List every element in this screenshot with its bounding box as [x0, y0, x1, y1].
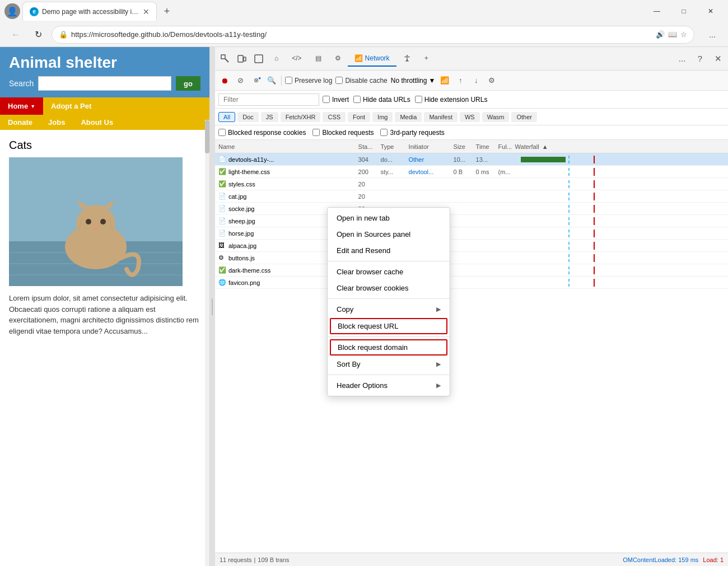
context-menu-item-block-domain[interactable]: Block request domain	[330, 339, 447, 355]
tab-close-button[interactable]: ✕	[143, 7, 150, 16]
webpage-scrollbar[interactable]	[205, 120, 209, 566]
maximize-button[interactable]: □	[671, 3, 697, 20]
third-party-label[interactable]: 3rd-party requests	[380, 129, 444, 137]
nav-home[interactable]: Home	[0, 97, 43, 115]
search-input[interactable]	[38, 76, 171, 91]
disable-cache-checkbox[interactable]	[335, 77, 343, 84]
context-menu-item-open-new-tab[interactable]: Open in new tab	[328, 210, 450, 226]
type-filter-ws[interactable]: WS	[460, 112, 480, 122]
dt-tab-home[interactable]: ⌂	[268, 51, 285, 67]
blocked-requests-checkbox[interactable]	[312, 129, 320, 136]
table-row[interactable]: 📄 horse.jpg 20	[215, 227, 728, 240]
dt-close-button[interactable]: ✕	[710, 51, 726, 67]
upload-icon[interactable]: ↑	[454, 74, 466, 87]
type-filter-js[interactable]: JS	[261, 112, 278, 122]
throttle-dropdown[interactable]: No throttling ▼	[391, 77, 436, 85]
col-header-size[interactable]: Size	[454, 143, 476, 150]
type-filter-fetch-xhr[interactable]: Fetch/XHR	[281, 112, 321, 122]
close-button[interactable]: ✕	[698, 3, 724, 20]
table-row[interactable]: 🌐 favicon.png 20	[215, 277, 728, 289]
col-header-status[interactable]: Sta...	[358, 143, 381, 150]
type-filter-css[interactable]: CSS	[323, 112, 346, 122]
hide-data-urls-checkbox[interactable]	[353, 96, 361, 103]
collections-button[interactable]: ...	[703, 26, 721, 44]
browser-tab-active[interactable]: e Demo page with accessibility iss... ✕	[22, 2, 157, 21]
online-icon[interactable]: 📶	[438, 74, 451, 87]
invert-checkbox[interactable]	[323, 96, 330, 103]
dt-overflow-button[interactable]: ...	[674, 51, 690, 67]
clear-button[interactable]: ⊗ ●	[250, 74, 262, 87]
search-go-button[interactable]: go	[176, 76, 200, 91]
col-header-ful[interactable]: Ful...	[498, 143, 515, 150]
type-filter-media[interactable]: Media	[395, 112, 422, 122]
nav-about[interactable]: About Us	[73, 115, 121, 130]
row-initiator[interactable]: Other	[409, 156, 454, 163]
back-button[interactable]: ←	[7, 26, 25, 44]
record-button[interactable]: ⏺	[218, 74, 231, 87]
type-filter-doc[interactable]: Doc	[237, 112, 259, 122]
read-aloud-icon[interactable]: 🔊	[656, 30, 665, 39]
blocked-cookies-checkbox[interactable]	[218, 129, 226, 136]
context-menu-item-open-sources[interactable]: Open in Sources panel	[328, 226, 450, 242]
nav-donate[interactable]: Donate	[0, 115, 40, 130]
user-avatar[interactable]: 👤	[4, 3, 20, 19]
table-row[interactable]: 📄 devtools-a11y-... 304 do... Other 10..…	[215, 153, 728, 166]
favorites-icon[interactable]: ☆	[680, 30, 687, 39]
table-row[interactable]: 🖼 alpaca.jpg 20	[215, 240, 728, 252]
preserve-log-checkbox[interactable]	[285, 77, 292, 84]
network-settings-button[interactable]: ⚙	[486, 74, 498, 87]
dt-help-button[interactable]: ?	[692, 51, 708, 67]
dt-inspect-button[interactable]	[217, 51, 233, 67]
type-filter-other[interactable]: Other	[511, 112, 537, 122]
type-filter-all[interactable]: All	[218, 112, 235, 122]
context-menu-item-clear-cache[interactable]: Clear browser cache	[328, 264, 450, 280]
filter-input[interactable]	[218, 93, 319, 106]
minimize-button[interactable]: —	[644, 3, 670, 20]
type-filter-manifest[interactable]: Manifest	[424, 112, 458, 122]
scrollbar-thumb[interactable]	[205, 120, 209, 153]
dt-tab-accessibility[interactable]	[396, 51, 418, 67]
hide-extension-urls-checkbox[interactable]	[415, 96, 422, 103]
dt-tab-more[interactable]: +	[418, 51, 435, 67]
table-row[interactable]: ✅ dark-theme.css 20	[215, 264, 728, 277]
type-filter-font[interactable]: Font	[348, 112, 370, 122]
disable-cache-label[interactable]: Disable cache	[335, 77, 387, 85]
table-row[interactable]: ✅ styles.css 20	[215, 178, 728, 190]
table-row[interactable]: ⚙ buttons.js 20	[215, 252, 728, 264]
col-header-waterfall[interactable]: Waterfall ▲	[515, 143, 725, 150]
col-header-time[interactable]: Time	[476, 143, 498, 150]
context-menu-item-edit-resend[interactable]: Edit and Resend	[328, 242, 450, 259]
immersive-reader-icon[interactable]: 📖	[668, 30, 677, 39]
new-tab-button[interactable]: +	[159, 3, 175, 19]
preserve-log-label[interactable]: Preserve log	[285, 77, 332, 85]
stop-recording-button[interactable]: ⊘	[234, 74, 246, 87]
blocked-cookies-label[interactable]: Blocked response cookies	[218, 129, 306, 137]
hide-data-urls-label[interactable]: Hide data URLs	[353, 96, 410, 104]
col-header-name[interactable]: Name	[218, 143, 358, 150]
context-menu-item-sort-by[interactable]: Sort By▶	[328, 356, 450, 372]
blocked-requests-label[interactable]: Blocked requests	[312, 129, 374, 137]
col-header-initiator[interactable]: Initiator	[409, 143, 454, 150]
context-menu-item-block-url[interactable]: Block request URL	[330, 318, 447, 334]
context-menu-item-copy[interactable]: Copy▶	[328, 301, 450, 317]
dt-tab-code[interactable]: </>	[285, 51, 308, 67]
table-row[interactable]: 📄 sheep.jpg 20	[215, 215, 728, 227]
dt-tab-appwizard[interactable]: ▤	[309, 51, 328, 67]
dt-sources-button[interactable]	[251, 51, 267, 67]
url-bar[interactable]: 🔒 https://microsoftedge.github.io/Demos/…	[52, 26, 694, 44]
table-row[interactable]: 📄 cat.jpg 20	[215, 190, 728, 203]
invert-filter-label[interactable]: Invert	[323, 96, 349, 104]
table-row[interactable]: 📄 socke.jpg 20	[215, 203, 728, 215]
search-button[interactable]: 🔍	[265, 74, 278, 87]
nav-jobs[interactable]: Jobs	[40, 115, 73, 130]
dt-device-button[interactable]	[234, 51, 250, 67]
type-filter-wasm[interactable]: Wasm	[482, 112, 510, 122]
type-filter-img[interactable]: Img	[372, 112, 393, 122]
resize-handle[interactable]	[210, 47, 214, 566]
refresh-button[interactable]: ↻	[29, 26, 47, 44]
hide-extension-urls-label[interactable]: Hide extension URLs	[415, 96, 488, 104]
context-menu-item-header-options[interactable]: Header Options▶	[328, 377, 450, 394]
table-row[interactable]: ✅ light-theme.css 200 sty... devtool... …	[215, 166, 728, 178]
context-menu-item-clear-cookies[interactable]: Clear browser cookies	[328, 280, 450, 296]
dt-tab-debug[interactable]: ⚙	[328, 51, 348, 67]
